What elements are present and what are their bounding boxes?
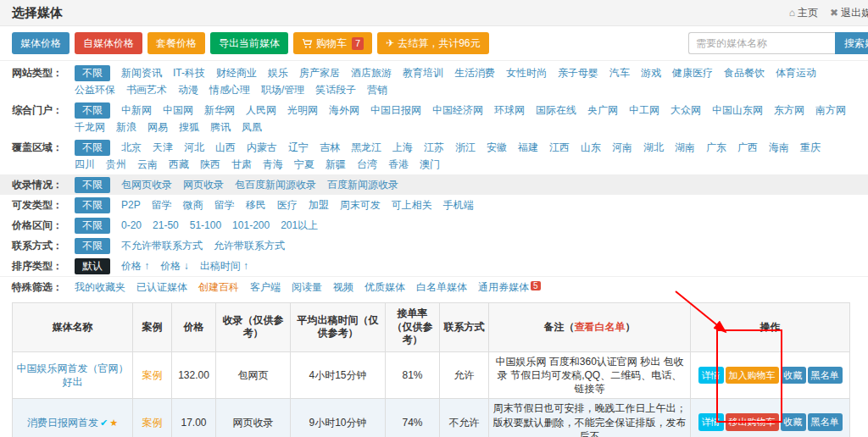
blacklist-button[interactable]: 黑名单 xyxy=(808,413,843,431)
filter-option[interactable]: 健康医疗 xyxy=(672,64,713,81)
filter-option[interactable]: 东方网 xyxy=(774,102,804,119)
filter-option[interactable]: P2P xyxy=(121,196,141,213)
filter-option[interactable]: 医疗 xyxy=(277,196,298,213)
filter-option[interactable]: 云南 xyxy=(137,156,158,173)
filter-option[interactable]: 四川 xyxy=(75,156,95,173)
filter-option[interactable]: 南方网 xyxy=(815,102,846,119)
filter-option[interactable]: 百度新闻源收录 xyxy=(327,176,398,193)
filter-option[interactable]: 价格 ↓ xyxy=(160,257,188,274)
filter-option[interactable]: 留学 xyxy=(152,196,172,213)
filter-option[interactable]: 甘肃 xyxy=(231,156,252,173)
filter-option[interactable]: 包百度新闻源收录 xyxy=(235,176,316,193)
filter-option[interactable]: 加盟 xyxy=(309,196,329,213)
filter-option[interactable]: 贵州 xyxy=(106,156,126,173)
search-button[interactable]: 搜索媒体 xyxy=(835,32,868,54)
special-filter-option[interactable]: 视频 xyxy=(333,279,353,296)
filter-option[interactable]: 动漫 xyxy=(178,81,198,98)
media-name-link[interactable]: 消费日报网首发 xyxy=(27,417,98,429)
filter-option[interactable]: 微商 xyxy=(183,196,203,213)
filter-option[interactable]: 湖南 xyxy=(675,139,695,156)
filter-option[interactable]: 中国山东网 xyxy=(712,102,763,119)
self-media-price-button[interactable]: 自媒体价格 xyxy=(75,32,142,54)
filter-option[interactable]: 移民 xyxy=(246,196,266,213)
filter-option[interactable]: IT-科技 xyxy=(173,64,205,81)
special-filter-option[interactable]: 已认证媒体 xyxy=(136,279,187,296)
filter-selected-chip[interactable]: 不限 xyxy=(75,238,110,254)
filter-option[interactable]: 体育运动 xyxy=(776,64,816,81)
filter-option[interactable]: 澳门 xyxy=(420,156,440,173)
filter-option[interactable]: 天津 xyxy=(153,139,173,156)
filter-selected-chip[interactable]: 默认 xyxy=(75,258,110,274)
filter-option[interactable]: 中国网 xyxy=(163,102,193,119)
filter-option[interactable]: 河北 xyxy=(184,139,204,156)
filter-option[interactable]: 河南 xyxy=(612,139,632,156)
filter-selected-chip[interactable]: 不限 xyxy=(75,140,110,156)
filter-option[interactable]: 51-100 xyxy=(190,217,221,234)
filter-option[interactable]: 安徽 xyxy=(487,139,507,156)
special-filter-option[interactable]: 我的收藏夹 xyxy=(75,279,125,296)
filter-option[interactable]: 女性时尚 xyxy=(506,64,547,81)
filter-option[interactable]: 食品餐饮 xyxy=(724,64,765,81)
view-whitelist-link[interactable]: 查看白名单 xyxy=(575,321,626,333)
filter-option[interactable]: 留学 xyxy=(214,196,235,213)
filter-option[interactable]: 光明网 xyxy=(287,102,318,119)
filter-option[interactable]: 职场/管理 xyxy=(261,81,304,98)
filter-option[interactable]: 可上相关 xyxy=(392,196,432,213)
filter-option[interactable]: 价格 ↑ xyxy=(121,257,149,274)
filter-option[interactable]: 公益环保 xyxy=(75,81,115,98)
special-filter-option[interactable]: 优质媒体 xyxy=(364,279,405,296)
filter-option[interactable]: 国际在线 xyxy=(536,102,576,119)
special-filter-option[interactable]: 阅读量 xyxy=(292,279,322,296)
filter-option[interactable]: 娱乐 xyxy=(268,64,288,81)
media-name-link[interactable]: 中国娱乐网首发（官网）好出 xyxy=(17,362,129,388)
filter-option[interactable]: 财经商业 xyxy=(216,64,257,81)
filter-option[interactable]: 环球网 xyxy=(494,102,525,119)
filter-option[interactable]: 搜狐 xyxy=(179,119,199,136)
filter-option[interactable]: 中工网 xyxy=(629,102,659,119)
filter-option[interactable]: 浙江 xyxy=(455,139,476,156)
filter-option[interactable]: 央广网 xyxy=(587,102,618,119)
filter-option[interactable]: 江西 xyxy=(549,139,570,156)
filter-option[interactable]: 周末可发 xyxy=(340,196,381,213)
filter-option[interactable]: 101-200 xyxy=(232,217,270,234)
filter-option[interactable]: 广东 xyxy=(706,139,726,156)
filter-option[interactable]: 酒店旅游 xyxy=(351,64,392,81)
filter-option[interactable]: 台湾 xyxy=(357,156,377,173)
filter-option[interactable]: 宁夏 xyxy=(294,156,314,173)
case-link[interactable]: 案例 xyxy=(142,417,163,429)
filter-option[interactable]: 允许带联系方式 xyxy=(214,237,285,254)
filter-option[interactable]: 汽车 xyxy=(609,64,630,81)
filter-option[interactable]: 山西 xyxy=(215,139,236,156)
filter-selected-chip[interactable]: 不限 xyxy=(75,102,110,119)
media-price-button[interactable]: 媒体价格 xyxy=(12,32,70,54)
favorite-button[interactable]: 收藏 xyxy=(781,367,806,384)
filter-option[interactable]: 亲子母婴 xyxy=(558,64,598,81)
favorite-button[interactable]: 收藏 xyxy=(781,413,806,431)
filter-selected-chip[interactable]: 不限 xyxy=(75,197,110,213)
filter-option[interactable]: 新疆 xyxy=(326,156,346,173)
filter-option[interactable]: 新浪 xyxy=(116,119,136,136)
blacklist-button[interactable]: 黑名单 xyxy=(808,367,843,384)
filter-option[interactable]: 福建 xyxy=(518,139,538,156)
filter-option[interactable]: 包网页收录 xyxy=(121,176,172,193)
filter-option[interactable]: 21-50 xyxy=(153,217,179,234)
filter-option[interactable]: 海南 xyxy=(769,139,789,156)
filter-option[interactable]: 手机端 xyxy=(443,196,474,213)
special-filter-option[interactable]: 通用券媒体5 xyxy=(478,279,541,296)
case-link[interactable]: 案例 xyxy=(142,369,163,381)
filter-option[interactable]: 上海 xyxy=(392,139,413,156)
cart-button[interactable]: 购物车 7 xyxy=(293,32,372,54)
filter-option[interactable]: 不允许带联系方式 xyxy=(121,237,203,254)
filter-option[interactable]: 游戏 xyxy=(641,64,661,81)
filter-option[interactable]: 新闻资讯 xyxy=(121,64,162,81)
detail-button[interactable]: 详情 xyxy=(698,367,724,384)
detail-button[interactable]: 详情 xyxy=(698,413,724,431)
filter-option[interactable]: 生活消费 xyxy=(454,64,495,81)
filter-option[interactable]: 凤凰 xyxy=(242,119,262,136)
filter-option[interactable]: 西藏 xyxy=(169,156,189,173)
filter-option[interactable]: 山东 xyxy=(581,139,601,156)
filter-option[interactable]: 青海 xyxy=(263,156,283,173)
filter-selected-chip[interactable]: 不限 xyxy=(75,65,110,81)
filter-option[interactable]: 千龙网 xyxy=(75,119,105,136)
filter-option[interactable]: 辽宁 xyxy=(288,139,309,156)
